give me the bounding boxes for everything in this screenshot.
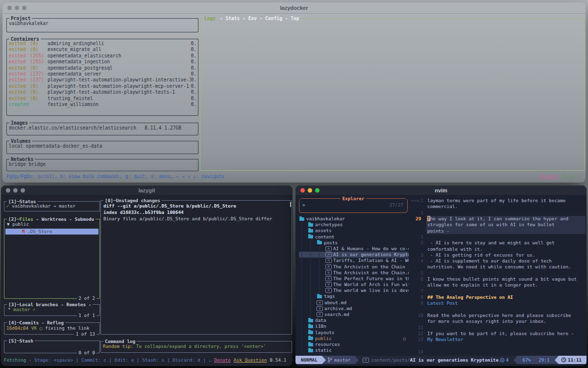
reflog-tab[interactable]: - Reflog bbox=[39, 320, 64, 325]
buffer-line[interactable]: 7 bbox=[411, 289, 586, 294]
buffer-line[interactable]: nutrition. We need it while consume it w… bbox=[411, 264, 586, 270]
tree-item[interactable]: static bbox=[299, 347, 409, 353]
networks-panel[interactable]: Networks bridge bridge bbox=[6, 159, 198, 171]
commits-tab[interactable]: Commits bbox=[20, 320, 39, 325]
nvim-titlebar[interactable]: nvim bbox=[295, 185, 587, 196]
buffer-line[interactable]: 5 bbox=[411, 270, 586, 276]
buffer-line[interactable]: 9Latest Post bbox=[411, 300, 586, 306]
remotes-tab[interactable]: - Remotes - bbox=[58, 302, 92, 307]
tree-item[interactable]: i18n bbox=[299, 323, 409, 329]
command-log-panel[interactable]: Command log Random tip: To collapse/expa… bbox=[100, 341, 292, 353]
tree-item[interactable]: public○ bbox=[299, 336, 409, 342]
project-panel[interactable]: Project vaibhavkalekar bbox=[6, 18, 198, 32]
buffer-line[interactable]: 3 - AI is getting rid of excuses for us. bbox=[411, 252, 586, 258]
zoom-button[interactable] bbox=[22, 6, 26, 10]
container-row[interactable]: exited(0)playwright-test-automation-play… bbox=[7, 89, 198, 95]
tree-item[interactable]: MThe Perfect Future was in the P bbox=[299, 276, 409, 282]
buffer-line[interactable]: 10Read the whole perspective here and pl… bbox=[411, 313, 586, 318]
images-panel[interactable]: Images docker.elastic.co/elasticsearch/e… bbox=[6, 123, 198, 135]
buffer-line[interactable]: 2 - AI is here to stay and we might as w… bbox=[411, 240, 586, 246]
close-button[interactable] bbox=[7, 6, 12, 10]
container-row[interactable]: exited(0)trusting_feistel0. bbox=[7, 96, 198, 102]
tree-item[interactable]: MThe world we live in is devoid bbox=[299, 288, 409, 293]
tree-item[interactable]: MTariffs, Inflation & AI - Why t bbox=[299, 258, 409, 263]
selected-file-row[interactable]: M.DS_Store bbox=[5, 229, 98, 235]
container-row[interactable]: exited(137)openmetadata_server0. bbox=[7, 71, 198, 77]
buffer-line[interactable] bbox=[411, 307, 586, 313]
files-panel[interactable]: [2]─Files - Worktrees - Submodu ▼ public… bbox=[4, 219, 100, 299]
unstaged-changes-panel[interactable]: [0]─Unstaged changes diff --git a/public… bbox=[100, 200, 292, 335]
minimize-button[interactable] bbox=[308, 188, 312, 193]
tree-dir-public[interactable]: ▼ public bbox=[7, 221, 98, 227]
tree-item[interactable]: resources bbox=[299, 342, 409, 347]
minimize-button[interactable] bbox=[15, 6, 19, 10]
ask-question-link[interactable]: Ask Question bbox=[234, 357, 267, 363]
buffer-line[interactable] bbox=[411, 343, 586, 349]
files-tab[interactable]: Files bbox=[20, 216, 33, 222]
container-row[interactable]: exited(137)playwright-test-automation-pl… bbox=[7, 77, 198, 83]
container-row[interactable]: exited(0)execute_migrate_all0. bbox=[7, 47, 198, 53]
branches-tab[interactable]: Local branches bbox=[20, 302, 58, 307]
buffer-line[interactable]: points - bbox=[411, 228, 586, 234]
zoom-button[interactable] bbox=[21, 188, 25, 193]
buffer-line[interactable]: 1 bbox=[411, 210, 586, 216]
tree-item[interactable]: tags bbox=[299, 293, 409, 299]
buffer-line[interactable]: 14 bbox=[411, 349, 586, 355]
worktrees-submodules-tabs[interactable]: - Worktrees - Submodu bbox=[33, 216, 94, 222]
buffer-line[interactable]: 11 bbox=[411, 325, 586, 331]
lazygit-titlebar[interactable]: lazygit bbox=[1, 185, 293, 196]
buffer-line[interactable]: commercial. bbox=[411, 204, 586, 210]
container-row[interactable]: exited(255)openmetadata_ingestion0. bbox=[7, 59, 198, 65]
tree-item[interactable]: data bbox=[299, 317, 409, 323]
tree-item[interactable]: MThe Archivist on the Chain.md bbox=[299, 270, 409, 276]
tree-item[interactable]: MThe Archivist on the Chain - Ep bbox=[299, 264, 409, 270]
tree-item[interactable]: layouts bbox=[299, 330, 409, 336]
logs-panel[interactable]: Logs - Stats - Env - Config - Top bbox=[200, 18, 585, 171]
buffer-line[interactable]: 4 - AI is supplement to our daily dose o… bbox=[411, 258, 586, 264]
buffer-line[interactable]: for more such essays right into your inb… bbox=[411, 318, 586, 324]
buffer-line[interactable]: 8## The Analog Perspective on AI bbox=[411, 294, 586, 300]
tree-item[interactable]: content bbox=[299, 234, 409, 240]
close-button[interactable] bbox=[6, 188, 10, 193]
branches-panel[interactable]: [3]─Local branches - Remotes - * master … bbox=[4, 304, 100, 316]
buffer-line[interactable]: 12If you want to be part of it, please s… bbox=[411, 331, 586, 337]
minimize-button[interactable] bbox=[13, 188, 18, 193]
tree-item[interactable]: posts bbox=[299, 240, 409, 246]
stash-panel[interactable]: [5]─Stash 0 of 0 bbox=[4, 341, 100, 353]
close-button[interactable] bbox=[300, 188, 305, 193]
buffer-line[interactable]: 29The way I look at it, I can summarize … bbox=[411, 216, 586, 222]
volumes-panel[interactable]: Volumes local openmetadata-docker_es-dat… bbox=[6, 141, 198, 154]
tree-item[interactable]: Marchive.md bbox=[299, 306, 409, 312]
tree-item[interactable]: MAI is our generations Kryptonit bbox=[299, 252, 409, 258]
tree-item[interactable]: MThe World of Arch is Fun with O bbox=[299, 282, 409, 288]
buffer-line[interactable]: allow me to explain it in a longer post. bbox=[411, 282, 586, 288]
containers-panel[interactable]: Containers exited(0)admiring_ardinghelli… bbox=[6, 39, 198, 116]
tree-item[interactable]: Mabout.md bbox=[299, 300, 409, 306]
container-row[interactable]: exited(0)admiring_ardinghelli0. bbox=[7, 41, 198, 47]
tabs-stats-env-config-top[interactable]: - Stats - Env - Config - Top bbox=[217, 16, 299, 21]
buffer-line[interactable]: comfortable with it. bbox=[411, 246, 586, 252]
git-branch-segment[interactable]: master bbox=[326, 356, 355, 364]
container-row[interactable]: exited(255)openmetadata_elasticsearch0. bbox=[7, 53, 198, 59]
buffer-line[interactable]: <<<2layman terms were part of my life be… bbox=[411, 198, 586, 204]
donate-link[interactable]: Donate bbox=[214, 357, 231, 363]
tree-item[interactable]: archetypes bbox=[299, 222, 409, 228]
buffer-line[interactable]: struggles for some of us with AI in few … bbox=[411, 222, 586, 228]
tree-item[interactable]: assets bbox=[299, 228, 409, 234]
editor-buffer[interactable]: <<<2layman terms were part of my life be… bbox=[411, 198, 586, 355]
tree-item[interactable]: MAI & Humans - How do we co-exis bbox=[299, 246, 409, 252]
commits-panel[interactable]: [4]─Commits - Reflog 16d04c04 VK ○ fixii… bbox=[4, 322, 100, 335]
diff-scrollbar[interactable] bbox=[290, 202, 291, 207]
status-panel[interactable]: [1]─Status ✓ vaibhavkalekar → master bbox=[4, 201, 100, 211]
container-row[interactable]: exited(0)playwright-test-automation-play… bbox=[7, 83, 198, 89]
zoom-button[interactable] bbox=[315, 188, 319, 193]
tree-item[interactable]: Msearch.md bbox=[299, 312, 409, 317]
container-row[interactable]: exited(0)openmetadata_postgresql0. bbox=[7, 65, 198, 71]
lazydocker-titlebar[interactable]: lazydocker bbox=[2, 2, 586, 14]
donate-link[interactable]: Donate bbox=[540, 174, 558, 179]
container-row[interactable]: createdfestive_williamson0. bbox=[7, 102, 198, 107]
explorer-filter-box[interactable]: Explorer > 27/27 bbox=[299, 198, 408, 213]
commit-row[interactable]: 16d04c04 VK ○ fixiing the link bbox=[6, 325, 98, 331]
buffer-line[interactable]: 6I know these bullet points might sound … bbox=[411, 276, 586, 282]
tab-logs[interactable]: Logs bbox=[204, 16, 216, 21]
